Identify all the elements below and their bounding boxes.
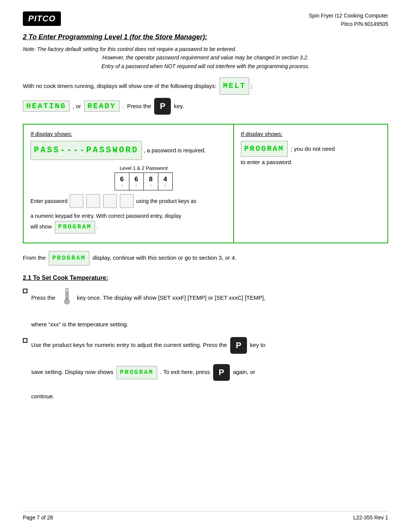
- from-program-line: From the PROGRAM display, continue with …: [23, 251, 388, 265]
- ready-display: READY: [84, 101, 119, 112]
- p-key-bullet2b: P: [213, 364, 230, 381]
- note-line2: However, the operator password requireme…: [23, 53, 388, 62]
- section21-title: 2.1 To Set Cook Temperature:: [23, 275, 388, 281]
- melt-display: MELT: [220, 77, 249, 95]
- bullet-square-1: [23, 289, 27, 293]
- or-text: , or: [73, 103, 81, 109]
- bullet2-text3: save setting. Display now shows: [31, 369, 113, 375]
- header-right: Spin Fryer I12 Cooking Computer Pitco P/…: [309, 11, 388, 29]
- key-slot-4: [120, 194, 134, 208]
- pass-right: If display shows: PROGRAM ; you do not n…: [234, 125, 388, 243]
- bullet-item-2: Use the product keys for numeric entry t…: [23, 337, 388, 401]
- bullet-content-1: Press the key once. The dis: [31, 288, 388, 329]
- timers-line: With no cook timers running, displays wi…: [23, 77, 388, 95]
- part-number: Pitco P/N 60149505: [309, 20, 388, 28]
- p-key-bullet2: P: [230, 337, 247, 354]
- right-program-row: PROGRAM ; you do not need to enter a pas…: [241, 141, 381, 167]
- section2-title: 2 To Enter Programming Level 1 (for the …: [23, 33, 388, 41]
- no-password-text: to enter a password.: [241, 159, 293, 165]
- numeric-keypad-text: a numeric keypad for entry. With correct…: [30, 212, 226, 233]
- key-slot-2: [86, 194, 100, 208]
- svg-rect-1: [67, 291, 68, 299]
- key-cell-4: 4 ○: [158, 173, 172, 190]
- password-table: 6 ○ 6 ○ 8 ○ 4 ○: [115, 173, 173, 190]
- note-block: Note: The factory default setting for th…: [23, 45, 388, 70]
- press-text: Press the: [127, 103, 151, 109]
- password-section: If display shows: PASS----PASSWORD , a p…: [23, 124, 388, 243]
- heating-display: HEATING: [23, 101, 70, 112]
- table-label: Level 1 & 2 Password: [61, 165, 226, 171]
- bullet-content-2: Use the product keys for numeric entry t…: [31, 337, 388, 401]
- password-table-container: Level 1 & 2 Password 6 ○ 6 ○ 8: [61, 165, 226, 190]
- key-slot-3: [103, 194, 117, 208]
- enter-password-label: Enter password: [30, 198, 67, 204]
- timers-text: With no cook timers running, displays wi…: [23, 83, 217, 89]
- bullet1-text3: where “xxx” is the temperature setting.: [31, 321, 128, 328]
- bullet-square-2: [23, 338, 27, 343]
- key-slot-1: [70, 194, 83, 208]
- period-text: .: [123, 103, 124, 109]
- pitco-logo: PITCO: [23, 11, 61, 26]
- key-cell-2: 6 ○: [129, 173, 143, 190]
- pass-display-row: PASS----PASSWORD , a password is require…: [30, 141, 226, 160]
- from-prefix: From the: [23, 254, 46, 261]
- pass-suffix: , a password is required.: [143, 147, 206, 153]
- key-cell-1: 6 ○: [115, 173, 129, 190]
- display-line: HEATING , or READY . Press the P key.: [23, 98, 388, 115]
- if-display-right: If display shows:: [241, 131, 381, 137]
- footer-page: Page 7 of 28: [23, 514, 53, 521]
- bullet1-text1: Press the: [31, 294, 55, 301]
- bullet2-program-display: PROGRAM: [116, 366, 157, 379]
- key-cell-3: 8 ○: [143, 173, 158, 190]
- p-key-display: P: [154, 98, 171, 115]
- note-line1: Note: The factory default setting for th…: [23, 45, 388, 53]
- pass-display: PASS----PASSWORD: [30, 141, 142, 160]
- will-show-text: will show: [30, 224, 52, 230]
- page-header: PITCO Spin Fryer I12 Cooking Computer Pi…: [23, 11, 388, 29]
- bullet2-text4: . To exit here, press: [160, 369, 210, 375]
- right-suffix: ; you do not need: [291, 145, 335, 152]
- using-text: using the product keys as: [136, 198, 196, 204]
- key-text: key.: [174, 103, 184, 109]
- numeric-text: a numeric keypad for entry. With correct…: [30, 213, 181, 219]
- bullet2-text6: continue.: [31, 393, 54, 399]
- bullet1-text2: key once. The display will show [SET xxx…: [77, 294, 265, 301]
- page-footer: Page 7 of 28 L22-355 Rev 1: [23, 511, 388, 521]
- thermometer-icon: [62, 288, 72, 309]
- from-program-display: PROGRAM: [49, 251, 89, 265]
- product-name: Spin Fryer I12 Cooking Computer: [309, 11, 388, 20]
- bullet2-text1: Use the product keys for numeric entry t…: [31, 342, 227, 348]
- program-display-inline: PROGRAM: [55, 221, 95, 233]
- bullet2-text5: again, or: [233, 369, 255, 375]
- pass-left: If display shows: PASS----PASSWORD , a p…: [24, 125, 234, 243]
- note-line3: Entry of a password when NOT required wi…: [23, 62, 388, 70]
- if-display-left: If display shows:: [30, 131, 226, 137]
- bullet2-text2: key to: [250, 342, 265, 348]
- bullet-item-1: Press the key once. The dis: [23, 288, 388, 329]
- svg-point-3: [65, 300, 68, 303]
- period-inline: .: [97, 224, 98, 230]
- section21-container: 2.1 To Set Cook Temperature: Press the: [23, 275, 388, 401]
- right-program-display: PROGRAM: [241, 141, 288, 157]
- enter-password-row: Enter password using the product keys as: [30, 194, 226, 208]
- from-suffix: display, continue with this section or g…: [92, 254, 236, 261]
- footer-doc: L22-355 Rev 1: [353, 514, 388, 521]
